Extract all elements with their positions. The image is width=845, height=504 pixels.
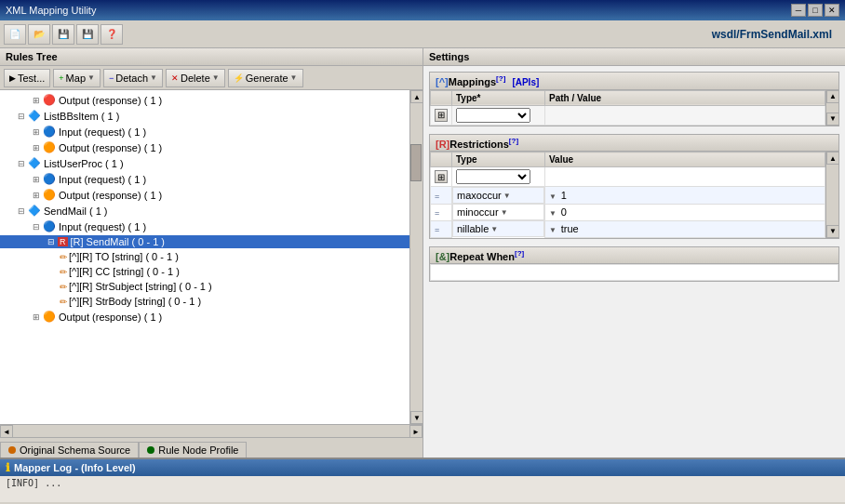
minimize-button[interactable]: ─ [791, 4, 806, 17]
tree-node-cc[interactable]: ✏ [^][R] CC [string] ( 0 - 1 ) [0, 265, 409, 278]
apis-link[interactable]: [APIs] [512, 77, 539, 87]
table-row: ⊞ [431, 167, 825, 187]
tab-original-schema[interactable]: Original Schema Source [0, 442, 139, 458]
save-as-button[interactable]: 💾 [76, 24, 99, 45]
tree-node-strsubject[interactable]: ✏ [^][R] StrSubject [string] ( 0 - 1 ) [0, 280, 409, 293]
minoccur-dropdown[interactable]: ▼ [501, 208, 508, 217]
tree-node-sendmail-input[interactable]: ⊟ 🔵 Input (request) ( 1 ) [0, 219, 409, 233]
mapping-type-select[interactable] [456, 108, 530, 123]
tree-node-sendmail-r[interactable]: ⊟ R [R] SendMail ( 0 - 1 ) [0, 235, 409, 248]
new-button[interactable]: 📄 [4, 24, 26, 45]
add-mapping-button[interactable]: ⊞ [435, 109, 448, 122]
scroll-up[interactable]: ▲ [410, 90, 422, 103]
restrictions-table: Type Value ⊞ [430, 152, 825, 238]
log-header: ℹ Mapper Log - (Info Level) [0, 459, 845, 476]
scroll-left[interactable]: ◄ [0, 425, 13, 438]
scroll-down[interactable]: ▼ [410, 411, 422, 424]
mappings-path-header: Path / Value [545, 90, 825, 105]
tree-node-sendmail[interactable]: ⊟ 🔷 SendMail ( 1 ) [0, 204, 409, 218]
tree-node-listuser-input[interactable]: ⊞ 🔵 Input (request) ( 1 ) [0, 172, 409, 186]
h-scrollbar[interactable]: ◄ ► [0, 424, 422, 437]
map-button[interactable]: + Map ▼ [53, 69, 101, 87]
tree-node-sendmail-output[interactable]: ⊞ 🟠 Output (response) ( 1 ) [0, 310, 409, 324]
list-item: ⊟ 🔷 SendMail ( 1 ) [0, 203, 409, 219]
restrictions-scrollbar[interactable]: ▲ ▼ [825, 152, 838, 238]
tree-node-listuserproc[interactable]: ⊟ 🔷 ListUserProc ( 1 ) [0, 156, 409, 170]
maximize-button[interactable]: □ [808, 4, 823, 17]
mappings-check-header [431, 90, 452, 105]
settings-content: [^]Mappings[?] [APIs] Type* Path / Value [423, 66, 845, 458]
nillable-value-dropdown[interactable]: ▼ [549, 226, 557, 234]
tree-scrollbar[interactable]: ▲ ▼ [409, 90, 422, 424]
expand-icon: ⊟ [15, 112, 28, 121]
restrictions-prefix: [R] [436, 138, 449, 149]
tree-node-listuser-output[interactable]: ⊞ 🟠 Output (response) ( 1 ) [0, 188, 409, 202]
restriction-type-select[interactable] [456, 169, 530, 184]
file-path-label: wsdl/FrmSendMail.xml [712, 28, 841, 41]
restrictions-title: Restrictions [449, 138, 509, 149]
node-label: Output (response) ( 1 ) [59, 142, 162, 153]
scroll-up[interactable]: ▲ [826, 152, 839, 165]
expand-icon: ⊞ [30, 312, 43, 322]
add-restriction-button[interactable]: ⊞ [435, 170, 448, 183]
scroll-down[interactable]: ▼ [826, 225, 839, 238]
maxoccur-label: maxoccur [457, 190, 502, 201]
node-label: Output (response) ( 1 ) [59, 190, 162, 201]
scroll-thumb[interactable] [410, 144, 422, 181]
window-controls: ─ □ ✕ [791, 4, 839, 17]
node-label: [^][R] TO [string] ( 0 - 1 ) [69, 251, 179, 262]
mappings-scrollbar[interactable]: ▲ ▼ [825, 90, 838, 126]
tree-node-listbbs-input[interactable]: ⊞ 🔵 Input (request) ( 1 ) [0, 125, 409, 139]
restrictions-help[interactable]: [?] [509, 137, 518, 145]
tree-area[interactable]: ⊞ 🔴 Output (response) ( 1 ) ⊟ 🔷 ListBBsI… [0, 90, 409, 424]
maxoccur-dropdown[interactable]: ▼ [503, 192, 511, 200]
mappings-help[interactable]: [?] [496, 74, 505, 83]
log-panel: ℹ Mapper Log - (Info Level) [INFO] ... [0, 458, 845, 502]
mappings-title: Mappings [449, 76, 496, 87]
delete-dropdown-icon: ▼ [212, 73, 220, 82]
delete-button[interactable]: ✕ Delete ▼ [166, 69, 225, 87]
maxoccur-value: 1 [561, 190, 567, 201]
tree-node-strbody[interactable]: ✏ [^][R] StrBody [string] ( 0 - 1 ) [0, 295, 409, 308]
tree-node-listbbsitem[interactable]: ⊟ 🔷 ListBBsItem ( 1 ) [0, 109, 409, 123]
tree-node-listbbs-output[interactable]: ⊞ 🟠 Output (response) ( 1 ) [0, 140, 409, 154]
plus-icon: + [59, 73, 63, 83]
test-button[interactable]: ▶ Test... [4, 69, 50, 87]
tree-node-to[interactable]: ✏ [^][R] TO [string] ( 0 - 1 ) [0, 250, 409, 263]
close-button[interactable]: ✕ [825, 4, 839, 17]
expand-icon: ⊞ [30, 175, 43, 184]
restrictions-header: [R]Restrictions[?] [430, 135, 838, 153]
map-label: Map [66, 73, 86, 84]
repeat-when-field[interactable] [430, 264, 838, 281]
rules-tree-header: Rules Tree [0, 48, 422, 66]
settings-panel: Settings [^]Mappings[?] [APIs] Type* [423, 48, 845, 458]
mappings-section: [^]Mappings[?] [APIs] Type* Path / Value [429, 72, 839, 126]
maxoccur-value-dropdown[interactable]: ▼ [549, 192, 557, 201]
open-button[interactable]: 📂 [28, 24, 50, 45]
save-button[interactable]: 💾 [52, 24, 74, 45]
tab-rule-node-profile[interactable]: Rule Node Profile [139, 442, 247, 458]
list-item: ⊟ R [R] SendMail ( 0 - 1 ) [0, 234, 409, 249]
delete-icon: ✕ [171, 73, 179, 83]
scroll-down[interactable]: ▼ [826, 113, 839, 126]
help-button[interactable]: ❓ [101, 24, 123, 45]
equal-icon: = [435, 208, 439, 218]
scroll-up[interactable]: ▲ [826, 90, 839, 103]
detach-label: Detach [115, 73, 148, 84]
minoccur-label: minoccur [457, 206, 499, 218]
list-item: ⊞ 🟠 Output (response) ( 1 ) [0, 187, 409, 203]
edit-icon: ✏ [60, 267, 67, 277]
node-label: Output (response) ( 1 ) [59, 312, 162, 323]
repeat-when-help[interactable]: [?] [515, 249, 524, 258]
detach-button[interactable]: − Detach ▼ [103, 69, 163, 87]
node-label: Input (request) ( 1 ) [59, 174, 146, 185]
nillable-dropdown[interactable]: ▼ [490, 225, 498, 233]
generate-button[interactable]: ⚡ Generate ▼ [228, 69, 303, 87]
log-title: Mapper Log - (Info Level) [14, 462, 136, 473]
folder-icon: 🔷 [28, 110, 41, 122]
tree-node-output-response[interactable]: ⊞ 🔴 Output (response) ( 1 ) [0, 93, 409, 107]
generate-label: Generate [246, 73, 288, 84]
scroll-right[interactable]: ► [409, 425, 422, 438]
list-item: ⊞ 🔴 Output (response) ( 1 ) [0, 92, 409, 108]
minoccur-value-dropdown[interactable]: ▼ [549, 209, 557, 218]
